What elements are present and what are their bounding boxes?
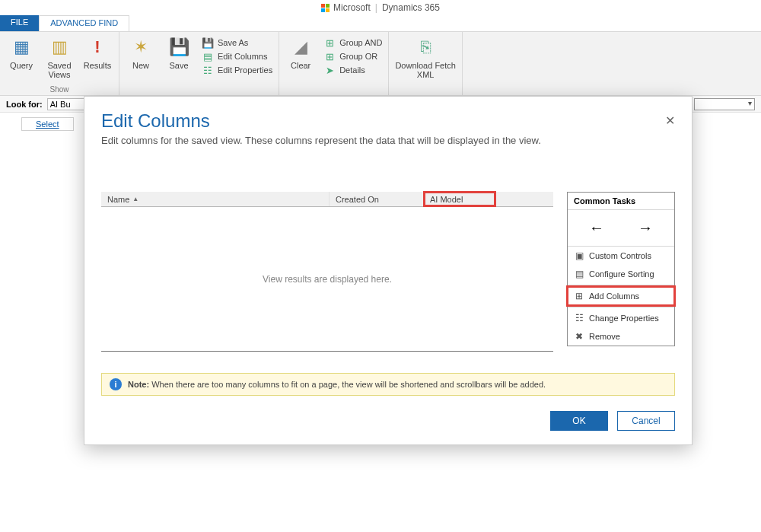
task-custom-controls[interactable]: ▣Custom Controls <box>568 247 674 265</box>
modal-backdrop: ✕ Edit Columns Edit columns for the save… <box>0 0 761 532</box>
note-label: Note: <box>128 380 149 389</box>
task-separator <box>568 285 674 285</box>
info-icon: i <box>110 378 122 390</box>
task-add-columns[interactable]: ⊞Add Columns <box>568 287 674 305</box>
column-header-filler <box>495 192 553 206</box>
edit-columns-modal: ✕ Edit Columns Edit columns for the save… <box>84 96 693 445</box>
move-right-button[interactable]: → <box>638 219 653 237</box>
task-configure-sorting[interactable]: ▤Configure Sorting <box>568 265 674 283</box>
task-change-properties[interactable]: ☷Change Properties <box>568 309 674 327</box>
column-header-created-on[interactable]: Created On <box>330 192 424 206</box>
modal-subtitle: Edit columns for the saved view. These c… <box>101 135 675 146</box>
column-header-ai-model[interactable]: AI Model <box>424 192 495 206</box>
move-left-button[interactable]: ← <box>589 219 604 237</box>
task-change-properties-label: Change Properties <box>589 314 659 323</box>
note-bar: i Note: When there are too many columns … <box>101 373 675 396</box>
task-custom-controls-label: Custom Controls <box>589 251 651 260</box>
task-remove-label: Remove <box>589 332 620 341</box>
task-separator <box>568 307 674 307</box>
col-name-label: Name <box>107 195 129 204</box>
grid-body-placeholder: View results are displayed here. <box>101 207 553 352</box>
sort-asc-icon: ▲ <box>132 196 139 202</box>
common-tasks-title: Common Tasks <box>568 193 674 210</box>
task-remove[interactable]: ✖Remove <box>568 327 674 346</box>
remove-icon: ✖ <box>574 331 584 342</box>
column-header-name[interactable]: Name ▲ <box>101 192 330 206</box>
cancel-button[interactable]: Cancel <box>617 411 675 431</box>
add-columns-icon: ⊞ <box>574 291 584 301</box>
task-configure-sorting-label: Configure Sorting <box>589 269 654 279</box>
close-icon[interactable]: ✕ <box>665 113 675 128</box>
common-tasks-panel: Common Tasks ← → ▣Custom Controls ▤Confi… <box>567 192 675 346</box>
change-properties-icon: ☷ <box>574 313 584 323</box>
custom-controls-icon: ▣ <box>574 250 584 261</box>
grid-header-row: Name ▲ Created On AI Model <box>101 192 553 207</box>
ok-button[interactable]: OK <box>550 411 608 431</box>
modal-title: Edit Columns <box>101 110 675 132</box>
configure-sorting-icon: ▤ <box>574 269 584 279</box>
note-body: When there are too many columns to fit o… <box>151 380 546 389</box>
columns-grid: Name ▲ Created On AI Model View results … <box>101 192 553 352</box>
note-text: Note: When there are too many columns to… <box>128 380 546 389</box>
task-add-columns-label: Add Columns <box>589 291 639 301</box>
